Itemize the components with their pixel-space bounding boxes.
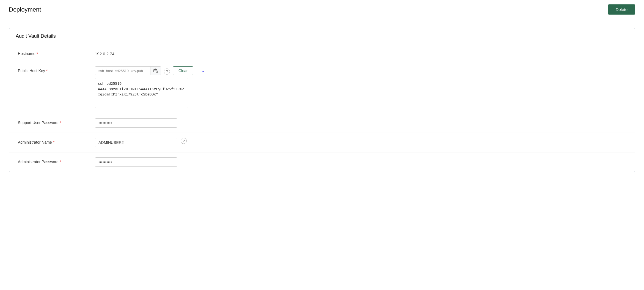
admin-password-required: * [60, 160, 61, 164]
main-content: Audit Vault Details Hostname * 192.0.2.7… [0, 19, 644, 181]
file-browse-button[interactable] [150, 67, 161, 75]
hostname-control: 192.0.2.74 [95, 49, 626, 56]
card-body: Hostname * 192.0.2.74 Public Host Key * [9, 44, 635, 172]
admin-name-required: * [53, 140, 54, 144]
audit-vault-card: Audit Vault Details Hostname * 192.0.2.7… [9, 28, 635, 172]
public-key-group: ? Clear ssh-ed25519 AAAAC3NzaC1lZDI1NTE5… [95, 66, 193, 108]
support-user-password-row: Support User Password * [9, 113, 635, 133]
file-input-wrapper [95, 66, 161, 75]
public-host-key-row: Public Host Key * [9, 61, 635, 113]
public-host-key-label: Public Host Key * [18, 66, 95, 73]
hostname-row: Hostname * 192.0.2.74 [9, 44, 635, 61]
delete-button[interactable]: Delete [608, 4, 635, 15]
administrator-password-input[interactable] [95, 157, 177, 167]
administrator-name-row: Administrator Name * ? [9, 133, 635, 152]
support-user-password-input[interactable] [95, 118, 177, 128]
administrator-name-help-icon[interactable]: ? [181, 138, 187, 144]
administrator-password-row: Administrator Password * [9, 152, 635, 172]
support-password-required: * [60, 121, 61, 125]
card-title: Audit Vault Details [16, 33, 56, 39]
public-key-top: ? Clear [95, 66, 193, 75]
hostname-label: Hostname * [18, 49, 95, 56]
key-textarea[interactable]: ssh-ed25519 AAAAC3NzaC1lZDI1NTE5AAAAIKzL… [95, 78, 188, 108]
administrator-password-label: Administrator Password * [18, 157, 95, 164]
file-input[interactable] [95, 67, 150, 75]
clear-button[interactable]: Clear [173, 66, 193, 75]
support-user-password-label: Support User Password * [18, 118, 95, 125]
administrator-name-label: Administrator Name * [18, 138, 95, 144]
public-host-key-help-icon[interactable]: ? [164, 69, 170, 75]
administrator-password-control [95, 157, 626, 167]
card-header: Audit Vault Details [9, 28, 635, 44]
page-title: Deployment [9, 6, 41, 13]
administrator-name-input[interactable] [95, 138, 177, 147]
support-user-password-control [95, 118, 626, 128]
administrator-name-control: ? [95, 138, 626, 147]
hostname-required: * [37, 51, 38, 56]
page-header: Deployment Delete [0, 0, 644, 19]
hostname-value: 192.0.2.74 [95, 49, 114, 56]
public-host-key-required: * [46, 69, 48, 73]
public-host-key-control: ? Clear ssh-ed25519 AAAAC3NzaC1lZDI1NTE5… [95, 66, 626, 108]
dot-indicator: • [202, 69, 204, 75]
browse-icon [153, 68, 158, 73]
